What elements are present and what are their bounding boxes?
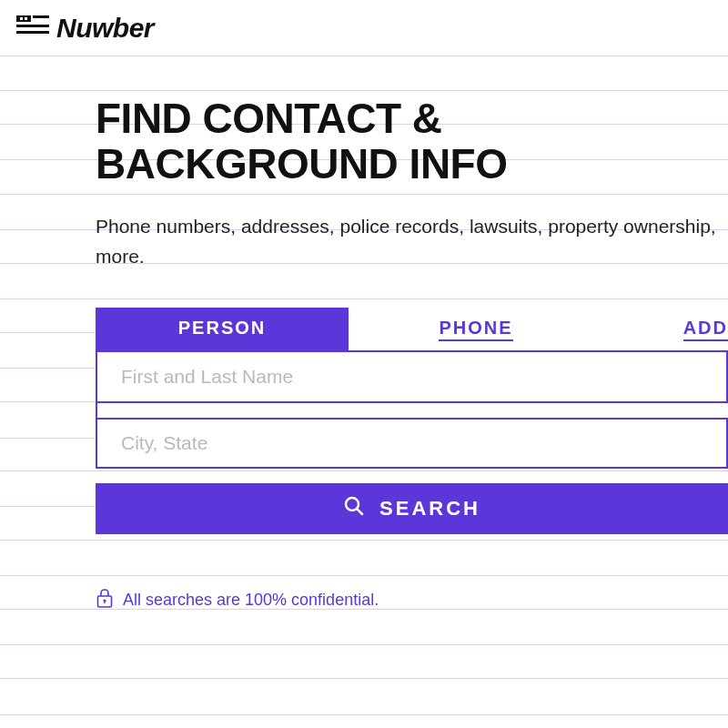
logo-icon	[16, 15, 49, 42]
tab-phone[interactable]: PHONE	[349, 308, 603, 352]
svg-rect-1	[33, 15, 49, 18]
page-subtitle: Phone numbers, addresses, police records…	[96, 212, 728, 271]
tab-label: ADD	[683, 318, 728, 341]
tab-label: PERSON	[178, 318, 266, 338]
search-icon	[343, 495, 365, 522]
site-logo[interactable]: Nuwber	[16, 13, 712, 44]
confidential-note: All searches are 100% confidential.	[96, 587, 728, 613]
search-tabs: PERSON PHONE ADD	[96, 308, 728, 352]
svg-rect-2	[16, 25, 49, 27]
svg-rect-5	[25, 17, 27, 20]
svg-rect-0	[16, 15, 31, 22]
location-field-wrapper[interactable]	[97, 418, 728, 469]
svg-rect-4	[20, 17, 23, 20]
search-button-label: SEARCH	[379, 497, 480, 521]
tab-label: PHONE	[439, 318, 512, 341]
hero-section: FIND CONTACT & BACKGROUND INFO Phone num…	[0, 60, 728, 613]
title-line-1: FIND CONTACT &	[96, 95, 442, 142]
logo-text: Nuwber	[56, 13, 154, 44]
tab-address[interactable]: ADD	[603, 308, 728, 352]
confidential-text: All searches are 100% confidential.	[123, 591, 379, 610]
lock-icon	[96, 587, 114, 613]
svg-rect-3	[16, 31, 49, 34]
search-form	[96, 352, 728, 469]
name-input[interactable]	[121, 366, 703, 388]
page-title: FIND CONTACT & BACKGROUND INFO	[96, 96, 728, 187]
title-line-2: BACKGROUND INFO	[96, 140, 507, 187]
name-field-wrapper[interactable]	[97, 352, 728, 403]
search-button[interactable]: SEARCH	[96, 483, 728, 534]
svg-rect-10	[104, 601, 105, 603]
site-header: Nuwber	[0, 0, 728, 60]
svg-line-7	[357, 510, 362, 515]
location-input[interactable]	[121, 432, 703, 454]
tab-person[interactable]: PERSON	[96, 308, 349, 352]
